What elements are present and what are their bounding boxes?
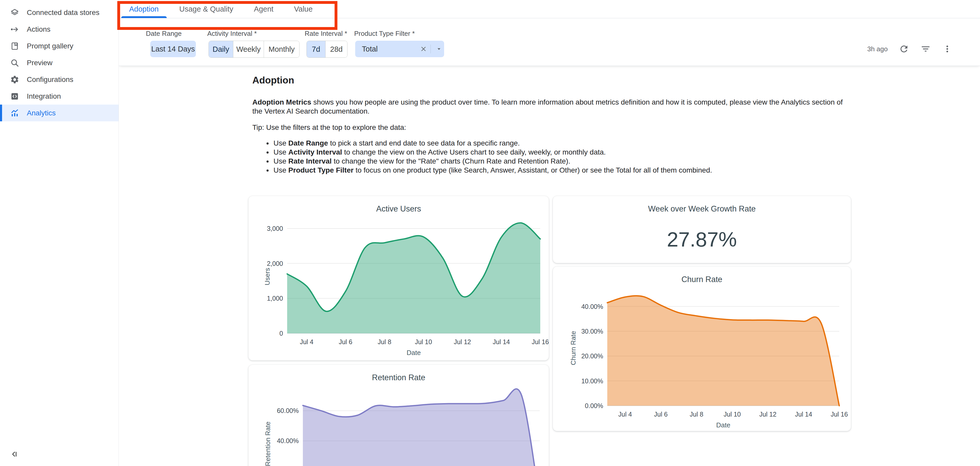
bullet-rest: to focus on one product type (like Searc… xyxy=(354,166,712,174)
x-tick-label: Jul 12 xyxy=(453,338,471,346)
y-tick-label: 1,000 xyxy=(267,295,283,302)
y-tick-label: 60.00% xyxy=(277,407,299,414)
stat-value: 27.87% xyxy=(667,228,737,251)
product-type-value: Total xyxy=(355,45,419,53)
main-area: Adoption Usage & Quality Agent Value Dat… xyxy=(119,0,980,466)
date-range-label: Date Range xyxy=(146,30,182,38)
rate-option-7d[interactable]: 7d xyxy=(307,41,326,57)
chart-title: Week over Week Growth Rate xyxy=(553,204,851,214)
intro-paragraph: Adoption Metrics shows you how people ar… xyxy=(252,98,845,116)
bullet-pre: Use xyxy=(274,148,288,156)
retention-rate-card: Retention Rate 0.00%20.00%40.00%60.00%Ju… xyxy=(248,365,549,466)
tab-adoption[interactable]: Adoption xyxy=(119,0,169,18)
tab-bar: Adoption Usage & Quality Agent Value xyxy=(119,0,980,18)
bullet-pre: Use xyxy=(274,166,288,174)
filter-bar: Date Range Last 14 Days Activity Interva… xyxy=(119,18,980,66)
x-axis-title: Date xyxy=(716,421,730,429)
page-title: Adoption xyxy=(252,75,980,86)
rate-interval-label: Rate Interval * xyxy=(305,30,347,38)
y-axis-title: Churn Rate xyxy=(570,331,577,365)
bullet-term: Product Type Filter xyxy=(288,166,354,174)
activity-interval-label: Activity Interval * xyxy=(207,30,257,38)
sidebar-item-connected-data-stores[interactable]: Connected data stores xyxy=(0,4,119,21)
option-label: 7d xyxy=(312,45,320,54)
search-icon xyxy=(10,58,19,68)
list-item: Use Rate Interval to change the view for… xyxy=(272,157,865,166)
bullet-term: Rate Interval xyxy=(288,157,332,165)
stat-wrap: 27.87% xyxy=(553,216,851,263)
churn-rate-chart: 0.00%10.00%20.00%30.00%40.00%Jul 4Jul 6J… xyxy=(553,266,851,431)
area-fill xyxy=(607,296,839,406)
activity-option-daily[interactable]: Daily xyxy=(209,41,233,57)
tip-line: Tip: Use the filters at the top to explo… xyxy=(252,123,980,132)
product-type-dropdown[interactable]: Total xyxy=(355,41,444,57)
sidebar-item-actions[interactable]: Actions xyxy=(0,21,119,38)
product-type-label: Product Type Filter * xyxy=(354,30,415,38)
collapse-sidebar-button[interactable] xyxy=(9,449,20,460)
y-tick-label: 30.00% xyxy=(581,328,603,335)
sidebar-item-configurations[interactable]: Configurations xyxy=(0,71,119,88)
list-item: Use Date Range to pick a start and end d… xyxy=(272,139,865,147)
tab-usage-quality[interactable]: Usage & Quality xyxy=(169,0,244,18)
y-tick-label: 2,000 xyxy=(267,260,283,267)
sidebar-item-label: Analytics xyxy=(27,109,56,117)
gear-icon xyxy=(10,75,19,84)
sidebar-item-label: Integration xyxy=(27,92,61,100)
actions-icon xyxy=(10,24,19,34)
activity-option-weekly[interactable]: Weekly xyxy=(233,41,264,57)
x-tick-label: Jul 8 xyxy=(690,411,703,418)
activity-option-monthly[interactable]: Monthly xyxy=(264,41,299,57)
y-tick-label: 3,000 xyxy=(267,225,283,232)
refresh-icon[interactable] xyxy=(899,44,909,54)
x-tick-label: Jul 16 xyxy=(532,338,549,346)
clear-icon[interactable] xyxy=(419,44,428,53)
option-label: Daily xyxy=(213,45,229,54)
y-tick-label: 40.00% xyxy=(277,437,299,444)
y-axis-title: Retention Rate xyxy=(264,422,272,466)
chevron-down-icon[interactable] xyxy=(434,44,444,53)
data-stores-icon xyxy=(10,8,19,17)
bullet-rest: to change the view for the "Rate" charts… xyxy=(332,157,570,165)
more-vert-icon[interactable] xyxy=(942,44,953,54)
tips-list: Use Date Range to pick a start and end d… xyxy=(252,139,865,174)
x-axis-title: Date xyxy=(407,349,421,357)
churn-rate-card: Churn Rate 0.00%10.00%20.00%30.00%40.00%… xyxy=(553,266,851,431)
sidebar-item-prompt-gallery[interactable]: Prompt gallery xyxy=(0,38,119,54)
intro-rest: shows you how people are using the produ… xyxy=(252,98,843,115)
refresh-toolbar: 3h ago xyxy=(867,41,953,57)
date-range-value: Last 14 Days xyxy=(151,45,195,53)
y-tick-label: 10.00% xyxy=(581,377,603,385)
tab-value[interactable]: Value xyxy=(284,0,323,18)
sidebar-item-preview[interactable]: Preview xyxy=(0,54,119,71)
x-tick-label: Jul 6 xyxy=(654,411,668,418)
dropdown-divider xyxy=(430,44,431,53)
y-tick-label: 0 xyxy=(279,330,283,337)
prompt-gallery-icon xyxy=(10,41,19,51)
x-tick-label: Jul 10 xyxy=(415,338,432,346)
rate-option-28d[interactable]: 28d xyxy=(326,41,347,57)
sidebar-item-label: Configurations xyxy=(27,76,73,84)
analytics-icon xyxy=(10,108,19,118)
area-fill xyxy=(287,223,540,333)
sidebar-item-label: Preview xyxy=(27,59,52,67)
date-range-button[interactable]: Last 14 Days xyxy=(150,41,196,57)
option-label: 28d xyxy=(330,45,342,54)
x-tick-label: Jul 16 xyxy=(831,411,848,418)
bullet-term: Activity Interval xyxy=(288,148,342,156)
tab-label: Value xyxy=(294,5,313,13)
tab-agent[interactable]: Agent xyxy=(243,0,284,18)
active-users-chart: 01,0002,0003,000Jul 4Jul 6Jul 8Jul 10Jul… xyxy=(248,196,549,360)
x-tick-label: Jul 12 xyxy=(759,411,776,418)
sidebar: Connected data stores Actions Prompt gal… xyxy=(0,0,119,466)
sidebar-item-integration[interactable]: Integration xyxy=(0,88,119,105)
list-item: Use Activity Interval to change the view… xyxy=(272,147,865,157)
active-users-card: Active Users 01,0002,0003,000Jul 4Jul 6J… xyxy=(248,196,549,360)
x-tick-label: Jul 4 xyxy=(618,411,632,418)
option-label: Monthly xyxy=(269,45,295,54)
tab-label: Usage & Quality xyxy=(180,5,234,13)
sidebar-item-label: Actions xyxy=(27,25,51,33)
sidebar-item-analytics[interactable]: Analytics xyxy=(0,105,119,121)
last-refreshed-text: 3h ago xyxy=(867,45,888,53)
y-tick-label: 0.00% xyxy=(585,402,603,409)
filter-icon[interactable] xyxy=(920,44,931,54)
